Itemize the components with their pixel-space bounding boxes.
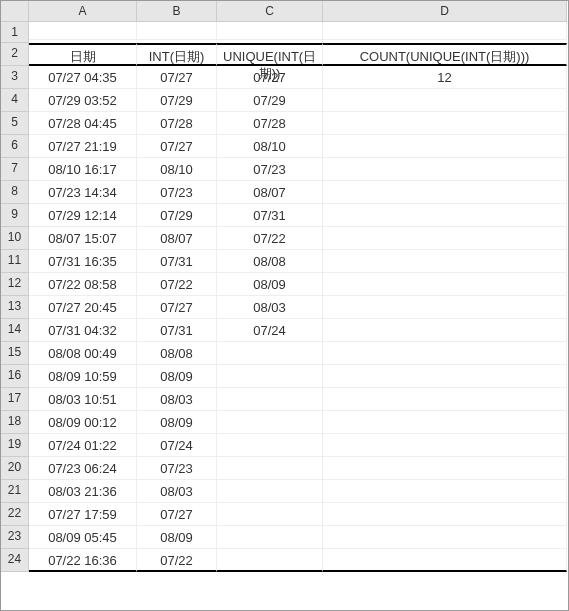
cell-c7[interactable]: 07/23 xyxy=(217,158,323,181)
cell-b15[interactable]: 08/08 xyxy=(137,342,217,365)
row-header-8[interactable]: 8 xyxy=(1,181,29,204)
row-header-5[interactable]: 5 xyxy=(1,112,29,135)
cell-a8[interactable]: 07/23 14:34 xyxy=(29,181,137,204)
cell-d9[interactable] xyxy=(323,204,567,227)
row-header-21[interactable]: 21 xyxy=(1,480,29,503)
cell-a7[interactable]: 08/10 16:17 xyxy=(29,158,137,181)
cell-a23[interactable]: 08/09 05:45 xyxy=(29,526,137,549)
cell-b18[interactable]: 08/09 xyxy=(137,411,217,434)
cell-c8[interactable]: 08/07 xyxy=(217,181,323,204)
cell-a20[interactable]: 07/23 06:24 xyxy=(29,457,137,480)
cell-d13[interactable] xyxy=(323,296,567,319)
cell-a4[interactable]: 07/29 03:52 xyxy=(29,89,137,112)
cell-a9[interactable]: 07/29 12:14 xyxy=(29,204,137,227)
col-header-D[interactable]: D xyxy=(323,1,567,22)
cell-b11[interactable]: 07/31 xyxy=(137,250,217,273)
cell-b9[interactable]: 07/29 xyxy=(137,204,217,227)
cell-a17[interactable]: 08/03 10:51 xyxy=(29,388,137,411)
cell-b10[interactable]: 08/07 xyxy=(137,227,217,250)
row-header-14[interactable]: 14 xyxy=(1,319,29,342)
row-header-9[interactable]: 9 xyxy=(1,204,29,227)
select-all-corner[interactable] xyxy=(1,1,29,22)
row-header-23[interactable]: 23 xyxy=(1,526,29,549)
cell-c18[interactable] xyxy=(217,411,323,434)
cell-d3[interactable]: 12 xyxy=(323,66,567,89)
cell-b8[interactable]: 07/23 xyxy=(137,181,217,204)
row-header-19[interactable]: 19 xyxy=(1,434,29,457)
cell-a24[interactable]: 07/22 16:36 xyxy=(29,549,137,572)
col-header-C[interactable]: C xyxy=(217,1,323,22)
cell-1-3[interactable] xyxy=(323,22,567,40)
cell-c23[interactable] xyxy=(217,526,323,549)
cell-b3[interactable]: 07/27 xyxy=(137,66,217,89)
cell-d12[interactable] xyxy=(323,273,567,296)
cell-c19[interactable] xyxy=(217,434,323,457)
cell-c5[interactable]: 07/28 xyxy=(217,112,323,135)
cell-a15[interactable]: 08/08 00:49 xyxy=(29,342,137,365)
header-count[interactable]: COUNT(UNIQUE(INT(日期))) xyxy=(323,43,567,66)
cell-d11[interactable] xyxy=(323,250,567,273)
cell-a22[interactable]: 07/27 17:59 xyxy=(29,503,137,526)
cell-c12[interactable]: 08/09 xyxy=(217,273,323,296)
cell-b19[interactable]: 07/24 xyxy=(137,434,217,457)
row-header-10[interactable]: 10 xyxy=(1,227,29,250)
cell-b16[interactable]: 08/09 xyxy=(137,365,217,388)
cell-c9[interactable]: 07/31 xyxy=(217,204,323,227)
cell-c10[interactable]: 07/22 xyxy=(217,227,323,250)
header-int[interactable]: INT(日期) xyxy=(137,43,217,66)
cell-c24[interactable] xyxy=(217,549,323,572)
cell-d10[interactable] xyxy=(323,227,567,250)
cell-1-1[interactable] xyxy=(137,22,217,40)
cell-a11[interactable]: 07/31 16:35 xyxy=(29,250,137,273)
cell-d24[interactable] xyxy=(323,549,567,572)
row-header-4[interactable]: 4 xyxy=(1,89,29,112)
cell-d17[interactable] xyxy=(323,388,567,411)
cell-c20[interactable] xyxy=(217,457,323,480)
cell-d6[interactable] xyxy=(323,135,567,158)
cell-a19[interactable]: 07/24 01:22 xyxy=(29,434,137,457)
row-header-16[interactable]: 16 xyxy=(1,365,29,388)
row-header-3[interactable]: 3 xyxy=(1,66,29,89)
row-header-20[interactable]: 20 xyxy=(1,457,29,480)
cell-a13[interactable]: 07/27 20:45 xyxy=(29,296,137,319)
cell-c6[interactable]: 08/10 xyxy=(217,135,323,158)
col-header-B[interactable]: B xyxy=(137,1,217,22)
cell-b14[interactable]: 07/31 xyxy=(137,319,217,342)
cell-d4[interactable] xyxy=(323,89,567,112)
cell-a12[interactable]: 07/22 08:58 xyxy=(29,273,137,296)
cell-c3[interactable]: 07/27 xyxy=(217,66,323,89)
row-header-11[interactable]: 11 xyxy=(1,250,29,273)
col-header-A[interactable]: A xyxy=(29,1,137,22)
cell-b5[interactable]: 07/28 xyxy=(137,112,217,135)
cell-1-0[interactable] xyxy=(29,22,137,40)
cell-c13[interactable]: 08/03 xyxy=(217,296,323,319)
row-header-17[interactable]: 17 xyxy=(1,388,29,411)
cell-1-2[interactable] xyxy=(217,22,323,40)
cell-b13[interactable]: 07/27 xyxy=(137,296,217,319)
row-header-15[interactable]: 15 xyxy=(1,342,29,365)
cell-d5[interactable] xyxy=(323,112,567,135)
cell-d16[interactable] xyxy=(323,365,567,388)
cell-b12[interactable]: 07/22 xyxy=(137,273,217,296)
cell-c14[interactable]: 07/24 xyxy=(217,319,323,342)
cell-d21[interactable] xyxy=(323,480,567,503)
row-header-22[interactable]: 22 xyxy=(1,503,29,526)
cell-b22[interactable]: 07/27 xyxy=(137,503,217,526)
cell-a5[interactable]: 07/28 04:45 xyxy=(29,112,137,135)
cell-d23[interactable] xyxy=(323,526,567,549)
cell-c16[interactable] xyxy=(217,365,323,388)
row-header-6[interactable]: 6 xyxy=(1,135,29,158)
row-header-2[interactable]: 2 xyxy=(1,43,29,66)
row-header-18[interactable]: 18 xyxy=(1,411,29,434)
cell-c11[interactable]: 08/08 xyxy=(217,250,323,273)
cell-a14[interactable]: 07/31 04:32 xyxy=(29,319,137,342)
cell-a10[interactable]: 08/07 15:07 xyxy=(29,227,137,250)
cell-a16[interactable]: 08/09 10:59 xyxy=(29,365,137,388)
cell-b21[interactable]: 08/03 xyxy=(137,480,217,503)
row-header-13[interactable]: 13 xyxy=(1,296,29,319)
cell-b17[interactable]: 08/03 xyxy=(137,388,217,411)
row-header-7[interactable]: 7 xyxy=(1,158,29,181)
row-header-1[interactable]: 1 xyxy=(1,22,29,43)
cell-b7[interactable]: 08/10 xyxy=(137,158,217,181)
cell-c15[interactable] xyxy=(217,342,323,365)
